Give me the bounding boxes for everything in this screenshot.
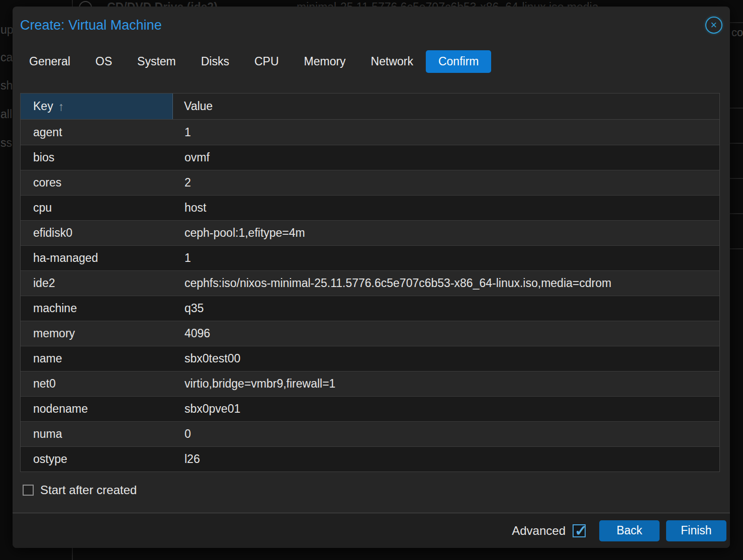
background-right-fragment: co <box>731 26 743 39</box>
cell-key: bios <box>21 151 173 164</box>
cell-key: ide2 <box>21 276 173 290</box>
advanced-checkbox[interactable]: ✓ <box>573 524 586 537</box>
table-row-numa[interactable]: numa0 <box>21 421 719 446</box>
sort-ascending-icon: ↑ <box>58 100 64 114</box>
tab-confirm[interactable]: Confirm <box>426 50 492 73</box>
background-sidebar-item-fragment: ss <box>1 136 12 150</box>
dialog-title: Create: Virtual Machine <box>20 18 162 33</box>
tab-os[interactable]: OS <box>83 50 125 73</box>
table-body: agent1biosovmfcores2cpuhostefidisk0ceph-… <box>21 120 719 472</box>
cell-value: virtio,bridge=vmbr9,firewall=1 <box>173 377 719 391</box>
create-vm-dialog: Create: Virtual Machine × GeneralOSSyste… <box>13 7 730 548</box>
cell-key: cpu <box>21 201 173 215</box>
table-row-efidisk0[interactable]: efidisk0ceph-pool:1,efitype=4m <box>21 220 719 245</box>
background-grid-line <box>730 178 743 179</box>
cell-key: ostype <box>21 452 173 466</box>
cell-value: ovmf <box>173 151 719 164</box>
cell-value: 4096 <box>173 327 719 340</box>
table-row-nodename[interactable]: nodenamesbx0pve01 <box>21 396 719 421</box>
cell-key: agent <box>21 126 173 139</box>
table-row-net0[interactable]: net0virtio,bridge=vmbr9,firewall=1 <box>21 371 719 396</box>
start-after-created-label: Start after created <box>40 483 137 497</box>
column-header-key-label: Key <box>33 100 53 113</box>
tab-cpu[interactable]: CPU <box>242 50 292 73</box>
finish-button[interactable]: Finish <box>666 520 726 541</box>
tab-system[interactable]: System <box>125 50 189 73</box>
checkbox-unchecked-icon[interactable] <box>23 485 34 496</box>
tab-disks[interactable]: Disks <box>189 50 242 73</box>
background-grid-line <box>730 143 743 144</box>
table-row-memory[interactable]: memory4096 <box>21 321 719 346</box>
table-row-machine[interactable]: machineq35 <box>21 296 719 321</box>
cell-key: memory <box>21 327 173 340</box>
cell-key: numa <box>21 427 173 441</box>
background-grid-line <box>730 248 743 249</box>
cell-key: efidisk0 <box>21 226 173 240</box>
tab-bar: GeneralOSSystemDisksCPUMemoryNetworkConf… <box>17 50 491 73</box>
advanced-label: Advanced <box>512 524 566 538</box>
column-header-key[interactable]: Key ↑ <box>21 94 173 119</box>
column-header-value[interactable]: Value <box>173 94 719 119</box>
table-row-ha-managed[interactable]: ha-managed1 <box>21 245 719 270</box>
tab-general[interactable]: General <box>17 50 83 73</box>
cell-value: q35 <box>173 302 719 315</box>
background-grid-line <box>730 213 743 214</box>
cell-value: sbx0test00 <box>173 352 719 365</box>
dialog-footer: Advanced ✓ Back Finish <box>13 513 730 548</box>
back-button[interactable]: Back <box>599 520 660 541</box>
background-sidebar-item-fragment: all <box>1 108 12 121</box>
table-row-agent[interactable]: agent1 <box>21 120 719 145</box>
cell-key: ha-managed <box>21 251 173 265</box>
background-grid-line <box>730 22 743 23</box>
cell-key: name <box>21 352 173 365</box>
table-row-bios[interactable]: biosovmf <box>21 145 719 170</box>
cell-value: sbx0pve01 <box>173 402 719 416</box>
cell-value: 1 <box>173 126 719 139</box>
cell-value: l26 <box>173 452 719 466</box>
cell-key: net0 <box>21 377 173 391</box>
tab-memory[interactable]: Memory <box>292 50 358 73</box>
cell-value: 0 <box>173 427 719 441</box>
cell-value: host <box>173 201 719 215</box>
table-header-row: Key ↑ Value <box>21 94 719 120</box>
table-row-ostype[interactable]: ostypel26 <box>21 446 719 472</box>
confirm-settings-table: Key ↑ Value agent1biosovmfcores2cpuhoste… <box>20 93 720 472</box>
cell-key: nodename <box>21 402 173 416</box>
column-header-value-label: Value <box>184 100 213 113</box>
tab-network[interactable]: Network <box>358 50 426 73</box>
close-icon[interactable]: × <box>705 17 722 34</box>
background-grid-line <box>730 108 743 109</box>
start-after-created-checkbox[interactable]: Start after created <box>23 483 137 497</box>
cell-value: 1 <box>173 251 719 265</box>
background-sidebar-item-fragment: sh <box>1 79 13 92</box>
table-row-name[interactable]: namesbx0test00 <box>21 346 719 371</box>
table-row-cpu[interactable]: cpuhost <box>21 195 719 220</box>
background-sidebar-item-fragment: up <box>1 23 14 37</box>
cell-value: 2 <box>173 176 719 190</box>
table-row-ide2[interactable]: ide2cephfs:iso/nixos-minimal-25.11.5776.… <box>21 270 719 296</box>
cell-value: cephfs:iso/nixos-minimal-25.11.5776.6c5e… <box>173 276 719 290</box>
checkmark-icon: ✓ <box>575 522 587 539</box>
table-row-cores[interactable]: cores2 <box>21 170 719 195</box>
cell-value: ceph-pool:1,efitype=4m <box>173 226 719 240</box>
cell-key: machine <box>21 302 173 315</box>
cell-key: cores <box>21 176 173 190</box>
background-sidebar-item-fragment: ca <box>1 51 13 64</box>
